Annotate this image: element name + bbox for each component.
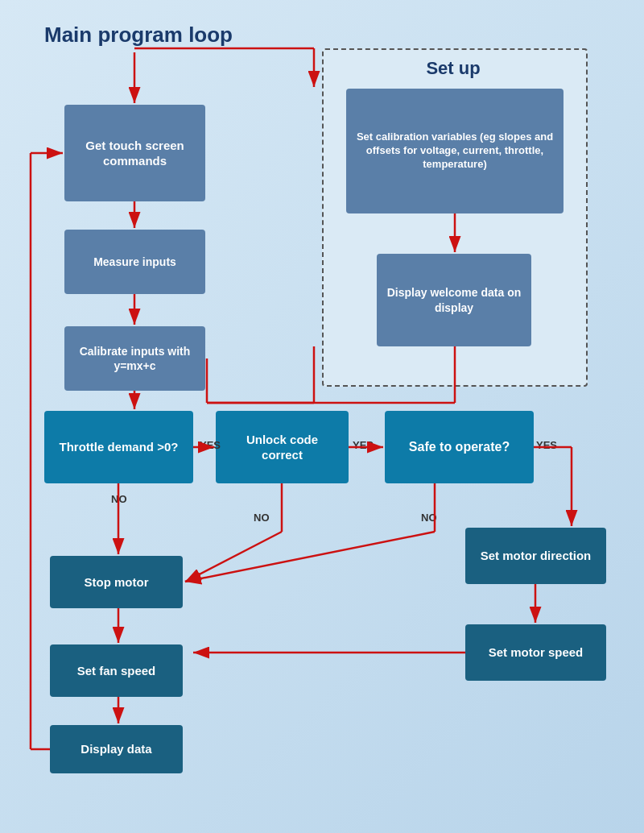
no-label-3: NO <box>421 512 437 524</box>
set-motor-speed-box: Set motor speed <box>465 624 606 681</box>
safe-box: Safe to operate? <box>385 411 534 483</box>
setup-title: Set up <box>385 58 522 79</box>
main-title: Main program loop <box>44 23 233 48</box>
get-touch-box: Get touch screen commands <box>64 105 205 201</box>
no-label-2: NO <box>254 512 270 524</box>
set-motor-dir-box: Set motor direction <box>465 528 606 584</box>
yes-label-2: YES <box>353 439 374 451</box>
svg-line-16 <box>185 532 435 582</box>
yes-label-1: YES <box>200 439 221 451</box>
yes-label-3: YES <box>536 439 557 451</box>
measure-inputs-box: Measure inputs <box>64 230 205 294</box>
svg-line-14 <box>185 532 282 582</box>
display-welcome-box: Display welcome data on display <box>377 254 531 346</box>
no-label-1: NO <box>111 493 127 505</box>
calibrate-box: Calibrate inputs with y=mx+c <box>64 326 205 391</box>
set-fan-box: Set fan speed <box>50 644 183 697</box>
display-data-box: Display data <box>50 725 183 773</box>
unlock-box: Unlock code correct <box>216 411 349 483</box>
throttle-box: Throttle demand >0? <box>44 411 193 483</box>
calibration-vars-box: Set calibration variables (eg slopes and… <box>346 89 564 213</box>
stop-motor-box: Stop motor <box>50 556 183 608</box>
